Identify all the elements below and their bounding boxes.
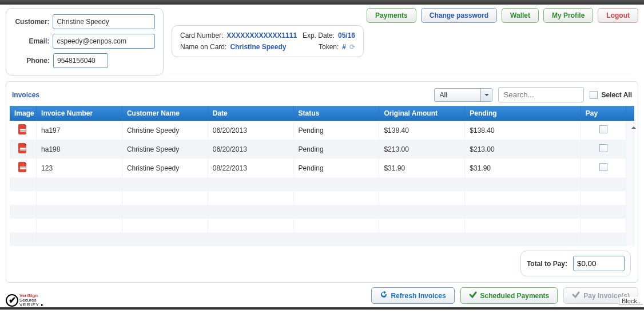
svg-rect-5: [20, 168, 26, 169]
svg-rect-4: [20, 167, 26, 168]
table-row[interactable]: ha197 Christine Speedy 06/20/2013 Pendin…: [10, 121, 634, 140]
cell-pending: $213.00: [465, 140, 581, 159]
cell-invoice: ha198: [37, 140, 122, 159]
cell-amount: $138.40: [379, 121, 465, 140]
invoices-table: Image Invoice Number Customer Name Date …: [10, 106, 634, 246]
check-icon: [469, 291, 477, 300]
cell-amount: $31.90: [379, 159, 465, 177]
pdf-icon[interactable]: [18, 162, 27, 172]
svg-rect-1: [20, 130, 26, 132]
customer-panel: Customer: Email: Phone:: [6, 8, 164, 76]
bottom-edge: [0, 307, 644, 310]
my-profile-button[interactable]: My Profile: [543, 8, 593, 23]
svg-rect-3: [20, 149, 26, 150]
scroll-gutter: [626, 106, 634, 121]
verisign-verify: VERIFY ▸: [19, 303, 44, 307]
total-to-pay-label: Total to Pay:: [527, 260, 567, 268]
select-all-checkbox[interactable]: [590, 91, 598, 99]
invoices-panel: Invoices All Select All: [6, 81, 638, 283]
col-invoice[interactable]: Invoice Number: [37, 106, 122, 121]
phone-label: Phone:: [14, 57, 50, 65]
col-amount[interactable]: Original Amount: [379, 106, 465, 121]
cell-invoice: ha197: [37, 121, 122, 140]
svg-rect-2: [20, 148, 26, 149]
col-image[interactable]: Image: [10, 106, 37, 121]
pdf-icon[interactable]: [18, 124, 27, 134]
payments-button[interactable]: Payments: [367, 8, 416, 23]
col-pending[interactable]: Pending: [465, 106, 581, 121]
table-row[interactable]: ha198 Christine Speedy 06/20/2013 Pendin…: [10, 140, 634, 159]
scheduled-label: Scheduled Payments: [480, 292, 550, 300]
cell-invoice: 123: [37, 159, 122, 177]
cell-status: Pending: [293, 140, 379, 159]
card-number-label: Card Number:: [180, 31, 223, 39]
status-filter-select[interactable]: All: [434, 88, 492, 102]
scheduled-payments-button[interactable]: Scheduled Payments: [460, 287, 558, 304]
col-status[interactable]: Status: [293, 106, 379, 121]
email-label: Email:: [14, 37, 49, 45]
action-bar: Refresh Invoices Scheduled Payments Pay …: [0, 283, 644, 305]
table-row[interactable]: 123 Christine Speedy 08/22/2013 Pending …: [10, 159, 634, 177]
pdf-icon[interactable]: [18, 143, 27, 153]
total-to-pay-input[interactable]: [573, 256, 625, 271]
chevron-down-icon: [480, 89, 492, 101]
invoices-title: Invoices: [12, 91, 39, 99]
change-password-button[interactable]: Change password: [421, 8, 497, 23]
cell-status: Pending: [293, 121, 379, 140]
svg-rect-0: [20, 129, 26, 130]
top-edge: [0, 0, 644, 5]
card-exp-value: 05/16: [338, 31, 355, 39]
cell-pending: $138.40: [465, 121, 581, 140]
select-all-label: Select All: [601, 91, 632, 99]
refresh-invoices-button[interactable]: Refresh Invoices: [371, 287, 455, 304]
block-indicator: Block..: [619, 297, 643, 305]
top-nav: Payments Change password Wallet My Profi…: [367, 8, 638, 23]
customer-name-input[interactable]: [53, 14, 155, 29]
empty-row: [10, 191, 634, 205]
card-name-value: Christine Speedy: [230, 43, 286, 51]
customer-label: Customer:: [14, 18, 49, 26]
logout-button[interactable]: Logout: [598, 8, 638, 23]
card-panel: Card Number: XXXXXXXXXXXX1111 Exp. Date:…: [172, 25, 364, 57]
card-token-icon: ⟳: [349, 43, 355, 51]
col-pay[interactable]: Pay: [581, 106, 626, 121]
card-name-label: Name on Card:: [180, 43, 226, 51]
customer-email-input[interactable]: [53, 34, 155, 49]
refresh-icon: [380, 291, 388, 300]
cell-customer: Christine Speedy: [122, 159, 208, 177]
check-icon: [572, 291, 580, 300]
col-date[interactable]: Date: [208, 106, 293, 121]
cell-date: 06/20/2013: [208, 140, 293, 159]
empty-row: [10, 205, 634, 219]
empty-row: [10, 219, 634, 232]
total-to-pay-box: Total to Pay:: [520, 251, 631, 276]
search-input[interactable]: [498, 87, 584, 102]
pay-checkbox[interactable]: [599, 125, 607, 133]
status-filter-value: All: [435, 91, 480, 99]
empty-row: [10, 177, 634, 191]
table-header-row: Image Invoice Number Customer Name Date …: [10, 106, 634, 121]
wallet-button[interactable]: Wallet: [502, 8, 539, 23]
col-customer[interactable]: Customer Name: [122, 106, 208, 121]
cell-customer: Christine Speedy: [122, 140, 208, 159]
cell-customer: Christine Speedy: [122, 121, 208, 140]
pay-checkbox[interactable]: [599, 163, 607, 171]
card-token-value: #: [342, 43, 346, 51]
cell-date: 08/22/2013: [208, 159, 293, 177]
card-token-label: Token:: [319, 43, 339, 51]
cell-status: Pending: [293, 159, 379, 177]
pay-checkbox[interactable]: [599, 144, 607, 152]
cell-pending: $31.90: [465, 159, 581, 177]
cell-amount: $213.00: [379, 140, 465, 159]
card-exp-label: Exp. Date:: [303, 31, 335, 39]
refresh-label: Refresh Invoices: [391, 292, 446, 300]
empty-row: [10, 232, 634, 246]
customer-phone-input[interactable]: [53, 53, 108, 68]
cell-date: 06/20/2013: [208, 121, 293, 140]
card-number-value: XXXXXXXXXXXX1111: [226, 31, 297, 39]
verisign-seal[interactable]: ✔ VeriSign Secured VERIFY ▸: [6, 294, 44, 307]
